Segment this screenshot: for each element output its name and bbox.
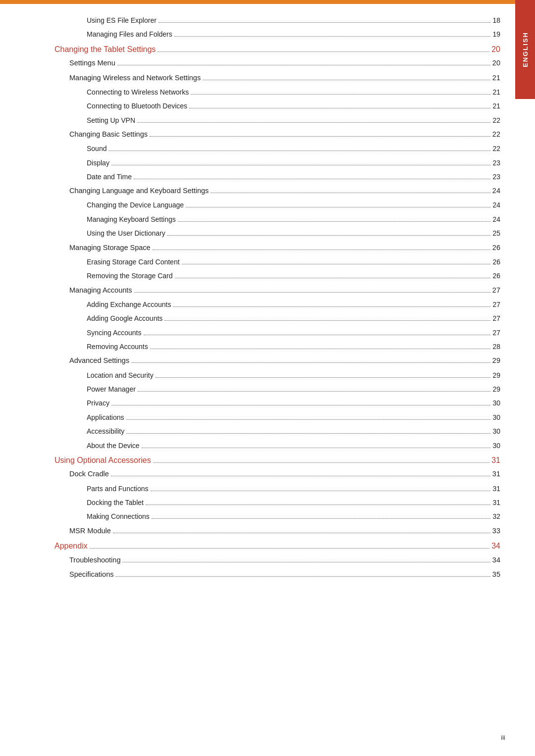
- toc-title: Removing the Storage Card: [87, 270, 173, 281]
- toc-title: Syncing Accounts: [87, 327, 142, 338]
- toc-entry: Power Manager29: [87, 384, 500, 395]
- toc-dots: [122, 562, 490, 562]
- toc-dots: [167, 235, 491, 236]
- toc-dots: [182, 264, 491, 264]
- toc-title: MSR Module: [69, 525, 111, 537]
- toc-title: Removing Accounts: [87, 341, 148, 352]
- toc-entry: Using ES File Explorer18: [87, 15, 500, 26]
- toc-page: 24: [492, 214, 500, 225]
- toc-entry: Sound22: [87, 143, 500, 154]
- toc-title: Adding Exchange Accounts: [87, 299, 171, 310]
- toc-entry: Location and Security29: [87, 370, 500, 381]
- toc-page: 26: [492, 256, 500, 267]
- toc-dots: [134, 179, 490, 179]
- toc-entry: Changing Basic Settings22: [69, 129, 500, 140]
- toc-title: Changing the Tablet Settings: [54, 43, 156, 56]
- toc-page: 21: [492, 72, 500, 84]
- toc-page: 30: [492, 412, 500, 423]
- toc-dots: [126, 433, 490, 434]
- toc-entry: Parts and Functions31: [87, 483, 500, 494]
- toc-page: 23: [492, 171, 500, 182]
- toc-page: 26: [492, 242, 500, 253]
- toc-title: Managing Files and Folders: [87, 29, 172, 40]
- toc-page: 26: [492, 270, 500, 281]
- toc-dots: [175, 278, 491, 278]
- toc-page: 31: [492, 468, 500, 480]
- toc-dots: [144, 335, 491, 335]
- toc-dots: [173, 306, 490, 307]
- toc-title: Docking the Tablet: [87, 497, 144, 508]
- toc-title: Using the User Dictionary: [87, 228, 165, 239]
- toc-dots: [174, 36, 491, 37]
- toc-entry: Managing Files and Folders19: [87, 29, 500, 40]
- toc-entry: Connecting to Bluetooth Devices21: [87, 101, 500, 111]
- toc-page: 20: [492, 57, 500, 69]
- toc-title: Erasing Storage Card Content: [87, 256, 180, 267]
- toc-entry: About the Device30: [87, 440, 500, 451]
- toc-title: Using ES File Explorer: [87, 15, 157, 26]
- toc-dots: [117, 65, 490, 65]
- toc-page: 30: [492, 426, 500, 437]
- toc-dots: [203, 80, 490, 80]
- toc-page: 27: [492, 299, 500, 310]
- toc-entry: Using the User Dictionary25: [87, 228, 500, 239]
- toc-dots: [111, 165, 491, 165]
- toc-entry: Adding Exchange Accounts27: [87, 299, 500, 310]
- toc-dots: [158, 51, 489, 52]
- toc-dots: [142, 448, 491, 448]
- toc-title: Setting Up VPN: [87, 115, 135, 126]
- toc-page: 30: [492, 398, 500, 408]
- toc-dots: [134, 292, 490, 293]
- toc-entry: Removing Accounts28: [87, 341, 500, 352]
- toc-page: 33: [492, 525, 500, 537]
- toc-page: 21: [492, 87, 500, 98]
- toc-title: About the Device: [87, 440, 140, 451]
- toc-page: 28: [492, 341, 500, 352]
- toc-page: 29: [492, 384, 500, 395]
- toc-entry: Erasing Storage Card Content26: [87, 256, 500, 267]
- toc-page: 27: [492, 285, 500, 296]
- toc-entry: Applications30: [87, 412, 500, 423]
- toc-content: Using ES File Explorer18Managing Files a…: [54, 15, 500, 726]
- toc-dots: [152, 518, 491, 519]
- toc-title: Applications: [87, 412, 124, 423]
- toc-title: Display: [87, 157, 109, 168]
- toc-title: Specifications: [69, 569, 113, 580]
- english-label: ENGLISH: [522, 32, 529, 67]
- toc-title: Power Manager: [87, 384, 136, 395]
- toc-entry: Accessibility30: [87, 426, 500, 437]
- toc-dots: [126, 419, 491, 420]
- toc-page: 34: [492, 554, 500, 566]
- toc-title: Accessibility: [87, 426, 124, 437]
- toc-title: Using Optional Accessories: [54, 454, 151, 467]
- page-number: iii: [501, 734, 505, 741]
- toc-dots: [151, 491, 491, 491]
- toc-entry: Appendix34: [54, 540, 500, 553]
- toc-page: 27: [492, 313, 500, 324]
- toc-title: Sound: [87, 143, 107, 154]
- toc-dots: [111, 405, 491, 405]
- toc-title: Changing Language and Keyboard Settings: [69, 185, 209, 197]
- toc-dots: [164, 320, 490, 321]
- toc-dots: [115, 576, 490, 577]
- toc-page: 30: [492, 440, 500, 451]
- toc-entry: Managing Keyboard Settings24: [87, 214, 500, 225]
- toc-page: 18: [492, 15, 500, 26]
- toc-dots: [146, 504, 490, 505]
- toc-entry: Changing Language and Keyboard Settings2…: [69, 185, 500, 197]
- toc-title: Location and Security: [87, 370, 154, 381]
- toc-title: Privacy: [87, 398, 109, 408]
- side-tab-english: ENGLISH: [515, 0, 535, 99]
- toc-page: 25: [492, 228, 500, 239]
- toc-entry: Privacy30: [87, 398, 500, 408]
- toc-title: Managing Keyboard Settings: [87, 214, 176, 225]
- toc-entry: Connecting to Wireless Networks21: [87, 87, 500, 98]
- toc-dots: [150, 349, 491, 349]
- toc-title: Managing Wireless and Network Settings: [69, 72, 201, 84]
- toc-entry: Using Optional Accessories31: [54, 454, 500, 467]
- toc-title: Dock Cradle: [69, 468, 109, 480]
- toc-dots: [189, 108, 490, 108]
- toc-dots: [111, 476, 490, 476]
- toc-entry: Changing the Device Language24: [87, 200, 500, 210]
- toc-entry: Dock Cradle31: [69, 468, 500, 480]
